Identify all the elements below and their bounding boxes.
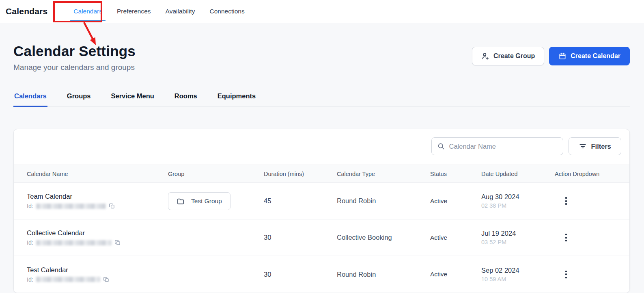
create-calendar-label: Create Calendar xyxy=(571,52,620,60)
calendar-id-label: Id: xyxy=(27,276,33,283)
tab-service-menu[interactable]: Service Menu xyxy=(110,89,155,106)
tab-equipments[interactable]: Equipments xyxy=(217,89,256,106)
folder-icon xyxy=(177,197,185,205)
col-header-calendar-type: Calendar Type xyxy=(337,171,430,177)
calendar-id-redacted xyxy=(36,240,112,245)
page-header: Calendar Settings Manage your calendars … xyxy=(0,23,644,72)
page-subtitle: Manage your calendars and groups xyxy=(13,63,136,72)
search-input[interactable] xyxy=(431,137,563,155)
calendar-id-label: Id: xyxy=(27,239,33,246)
col-header-action: Action Dropdown xyxy=(555,171,629,177)
group-chip-label: Test Group xyxy=(191,198,222,205)
time-updated-value: 02 38 PM xyxy=(481,202,555,209)
col-header-calendar-name: Calendar Name xyxy=(27,171,168,177)
calendar-type-value: Collective Booking xyxy=(337,234,430,241)
search-icon xyxy=(437,142,445,152)
calendar-search xyxy=(431,137,563,155)
copy-icon[interactable] xyxy=(109,203,115,209)
duration-value: 45 xyxy=(264,197,337,205)
duration-value: 30 xyxy=(264,234,337,241)
calendar-type-value: Round Robin xyxy=(337,271,430,278)
table-header-row: Calendar Name Group Duration (mins) Cale… xyxy=(14,165,629,183)
calendar-id-redacted xyxy=(36,204,106,209)
col-header-date-updated: Date Updated xyxy=(481,171,555,177)
table-row: Test Calendar Id: 30 Round Robin Active … xyxy=(14,256,629,293)
create-group-button[interactable]: Create Group xyxy=(472,47,544,65)
status-value: Active xyxy=(430,234,481,241)
date-updated-value: Jul 19 2024 xyxy=(481,230,555,237)
filter-lines-icon xyxy=(579,142,587,150)
group-chip[interactable]: Test Group xyxy=(168,192,230,210)
tab-groups[interactable]: Groups xyxy=(66,89,92,106)
row-actions-kebab-icon[interactable] xyxy=(560,231,572,245)
tab-rooms[interactable]: Rooms xyxy=(174,89,198,106)
create-calendar-button[interactable]: Create Calendar xyxy=(549,47,630,65)
table-row: Collective Calendar Id: 30 Collective Bo… xyxy=(14,219,629,256)
row-actions-kebab-icon[interactable] xyxy=(560,194,572,208)
time-updated-value: 03 52 PM xyxy=(481,239,555,245)
filters-button[interactable]: Filters xyxy=(569,137,621,155)
copy-icon[interactable] xyxy=(114,239,121,246)
topnav-tab-preferences[interactable]: Preferences xyxy=(110,0,158,23)
col-header-group: Group xyxy=(168,171,264,177)
table-toolbar: Filters xyxy=(14,129,629,165)
status-value: Active xyxy=(430,271,481,278)
calendars-table-card: Filters Calendar Name Group Duration (mi… xyxy=(13,129,630,293)
col-header-duration: Duration (mins) xyxy=(264,171,337,177)
col-header-status: Status xyxy=(430,171,481,177)
row-actions-kebab-icon[interactable] xyxy=(560,267,572,281)
tab-calendars[interactable]: Calendars xyxy=(13,89,47,106)
create-group-label: Create Group xyxy=(493,52,535,60)
topnav-tab-availability[interactable]: Availability xyxy=(158,0,202,23)
page-title: Calendar Settings xyxy=(13,43,136,60)
user-plus-icon xyxy=(481,52,489,60)
topnav-tab-connections[interactable]: Connections xyxy=(202,0,252,23)
topnav-tab-calendars[interactable]: Calendars xyxy=(66,0,110,23)
calendar-name: Team Calendar xyxy=(27,193,168,200)
date-updated-value: Sep 02 2024 xyxy=(481,267,555,274)
calendar-icon xyxy=(558,52,566,60)
calendar-type-value: Round Robin xyxy=(337,197,430,205)
calendar-name: Collective Calendar xyxy=(27,229,168,237)
date-updated-value: Aug 30 2024 xyxy=(481,193,555,201)
calendar-id-redacted xyxy=(36,277,100,282)
top-navigation-bar: Calendars Calendars Preferences Availabi… xyxy=(0,0,644,23)
copy-icon[interactable] xyxy=(103,276,110,283)
calendar-name: Test Calendar xyxy=(27,266,168,274)
status-value: Active xyxy=(430,198,481,205)
section-tabs: Calendars Groups Service Menu Rooms Equi… xyxy=(13,89,630,107)
duration-value: 30 xyxy=(264,271,337,278)
app-title: Calendars xyxy=(6,7,47,16)
calendar-id-label: Id: xyxy=(27,203,33,209)
filters-label: Filters xyxy=(591,143,611,150)
time-updated-value: 10 59 AM xyxy=(481,276,555,282)
top-nav-tabs: Calendars Preferences Availability Conne… xyxy=(66,0,252,23)
table-row: Team Calendar Id: Test Gr xyxy=(14,183,629,219)
